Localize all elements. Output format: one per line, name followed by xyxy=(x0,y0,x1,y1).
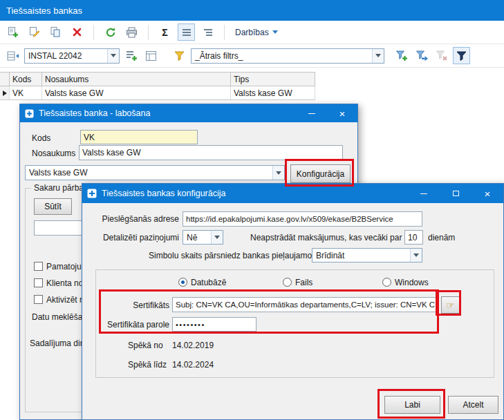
close-icon: × xyxy=(339,108,346,119)
address-label: Pieslēgšanās adrese xyxy=(86,214,179,224)
filter-add-button[interactable] xyxy=(393,47,410,64)
print-button[interactable] xyxy=(123,23,140,41)
application-screen: Tiešsaistes bankas Σ xyxy=(0,0,504,420)
filter-button[interactable] xyxy=(171,47,188,64)
toolbar-separator xyxy=(224,25,225,40)
toolbar-separator xyxy=(148,25,149,40)
current-row-marker xyxy=(3,90,7,96)
pamatojums-checkbox[interactable] xyxy=(34,262,43,271)
filter-clear-button[interactable] xyxy=(433,47,450,64)
grid-header-nosaukums[interactable]: Nosaukums xyxy=(42,73,231,86)
table-row[interactable]: VK Valsts kase GW Valsts kase GW xyxy=(0,86,315,100)
copy-icon xyxy=(50,26,62,38)
funnel-icon xyxy=(174,50,185,61)
grid-header-kods[interactable]: Kods xyxy=(10,73,42,86)
close-icon: × xyxy=(485,189,491,199)
older-than-suffix-label: dienām xyxy=(428,233,455,242)
bank-type-value: Valsts kase GW xyxy=(26,168,272,178)
quick-filter-combo[interactable]: _Ātrais filtrs_ xyxy=(191,48,384,64)
older-than-input[interactable]: 10 xyxy=(404,230,423,245)
maximize-button[interactable] xyxy=(440,184,472,203)
storage-file-label: Fails xyxy=(295,278,312,287)
chevron-down-icon xyxy=(372,49,384,63)
list-view-button[interactable] xyxy=(178,23,195,41)
row-gutter xyxy=(0,86,10,99)
edit-dialog-titlebar: Tiešsaistes banka - labošana × xyxy=(20,104,357,122)
kods-input[interactable]: VK xyxy=(80,130,198,144)
storage-file-radio[interactable] xyxy=(283,278,292,287)
annotation-box-browse xyxy=(436,290,461,316)
storage-windows-radio[interactable] xyxy=(382,278,391,287)
chevron-down-icon xyxy=(272,166,284,180)
details-button[interactable] xyxy=(142,47,160,64)
delete-record-button[interactable] xyxy=(68,23,86,41)
symbols-label: Simbolu skaits pārsniedz bankas pieļauja… xyxy=(149,251,309,260)
main-window-title: Tiešsaistes bankas xyxy=(0,6,82,16)
sum-button[interactable]: Σ xyxy=(156,23,174,41)
grid-header-row: Kods Nosaukums Tips xyxy=(0,72,315,86)
filter-edit-button[interactable] xyxy=(413,47,430,64)
tree-view-icon xyxy=(203,28,214,37)
aktivizet-checkbox[interactable] xyxy=(34,295,43,304)
annotation-box-labi xyxy=(377,389,445,419)
valid-to-label: Spēkā līdz xyxy=(128,360,167,370)
detailed-notifications-combo[interactable]: Nē xyxy=(183,230,223,245)
nosaukums-input[interactable]: Valsts kase GW xyxy=(79,145,343,160)
klienta-checkbox[interactable] xyxy=(34,278,43,287)
delete-icon xyxy=(72,27,82,37)
records-grid: Kods Nosaukums Tips VK Valsts kase GW Va… xyxy=(0,72,315,100)
symbols-value: Brīdināt xyxy=(312,251,410,260)
copy-record-button[interactable] xyxy=(47,23,64,41)
record-nav-button[interactable] xyxy=(4,47,21,64)
print-icon xyxy=(126,27,138,38)
refresh-icon xyxy=(105,27,116,38)
minimize-icon xyxy=(420,193,427,194)
cancel-button[interactable]: Atcelt xyxy=(448,396,498,414)
details-icon xyxy=(145,50,157,61)
company-combo[interactable]: INSTAL 22042 xyxy=(24,48,120,64)
annotation-box-certificate xyxy=(99,289,439,334)
cell-kods: VK xyxy=(10,86,42,99)
edit-dialog-title: Tiešsaistes banka - labošana xyxy=(34,108,297,118)
new-record-button[interactable] xyxy=(4,23,21,41)
address-input[interactable]: https://id.epakalpojumi.kase.gov.lv/x509… xyxy=(183,211,422,227)
filter-add-icon xyxy=(395,50,408,61)
bank-type-combo[interactable]: Valsts kase GW xyxy=(25,165,285,180)
minimize-button[interactable] xyxy=(408,184,440,203)
chevron-down-icon xyxy=(272,30,278,34)
add-icon xyxy=(7,26,19,38)
actions-menu-label: Darbības xyxy=(235,28,269,37)
list-view-icon xyxy=(181,28,192,37)
close-button[interactable]: × xyxy=(327,104,357,122)
close-button[interactable]: × xyxy=(472,184,503,203)
storage-database-radio[interactable] xyxy=(178,278,187,287)
sutit-button[interactable]: Sūtīt xyxy=(34,198,72,215)
minimize-button[interactable] xyxy=(297,104,327,122)
config-dialog-titlebar: Tiešsaistes bankas konfigurācija × xyxy=(82,184,503,203)
filter-toolbar: INSTAL 22042 _Ātrais filtrs_ xyxy=(0,44,504,68)
config-dialog-icon xyxy=(82,189,97,198)
record-nav-icon xyxy=(7,50,19,61)
edit-record-button[interactable] xyxy=(26,23,43,41)
annotation-box-konfiguracija xyxy=(285,159,354,187)
filter-advanced-button[interactable] xyxy=(453,47,470,64)
sigma-icon: Σ xyxy=(162,27,167,38)
cell-nosaukums: Valsts kase GW xyxy=(42,86,231,99)
cell-tips: Valsts kase GW xyxy=(231,86,315,99)
filter-edit-icon xyxy=(416,50,428,61)
actions-menu[interactable]: Darbības xyxy=(232,23,281,41)
add-list-icon xyxy=(125,50,138,61)
symbols-combo[interactable]: Brīdināt xyxy=(312,248,422,262)
company-combo-value: INSTAL 22042 xyxy=(25,51,107,61)
valid-to-value: 14.02.2024 xyxy=(172,360,214,370)
storage-windows-label: Windows xyxy=(395,278,429,287)
main-titlebar: Tiešsaistes bankas xyxy=(0,0,504,21)
refresh-button[interactable] xyxy=(102,23,119,41)
detailed-notifications-label: Detalizēti paziņojumi xyxy=(86,233,179,242)
main-toolbar: Σ Darbības xyxy=(0,21,504,44)
grid-gutter-header xyxy=(0,73,10,86)
storage-database-label: Datubāzē xyxy=(191,278,226,287)
add-item-button[interactable] xyxy=(122,47,140,64)
tree-view-button[interactable] xyxy=(199,23,216,41)
grid-header-tips[interactable]: Tips xyxy=(231,73,315,86)
